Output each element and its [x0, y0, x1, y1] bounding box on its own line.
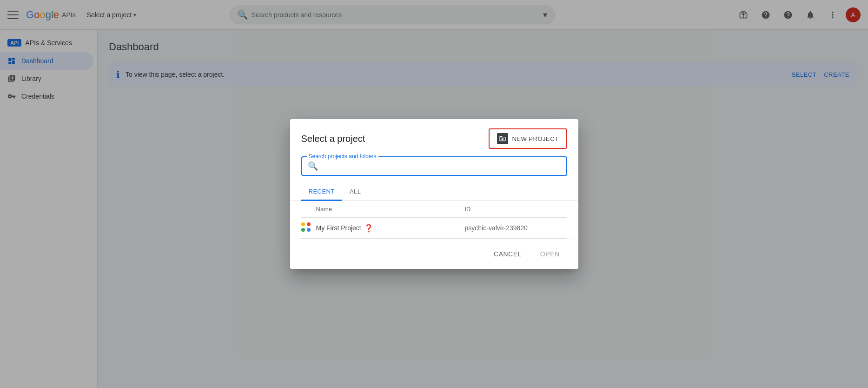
search-label: Search projects and folders	[307, 153, 378, 160]
dialog-table: Name ID My First Project ❓ psychic-valve	[290, 201, 578, 239]
tab-recent[interactable]: RECENT	[301, 183, 342, 201]
dialog-footer: CANCEL OPEN	[290, 239, 578, 269]
search-wrap: Search projects and folders 🔍	[290, 156, 578, 176]
search-icon: 🔍	[308, 161, 318, 171]
new-project-button[interactable]: NEW PROJECT	[489, 128, 567, 149]
search-projects-input[interactable]	[322, 162, 561, 170]
open-button[interactable]: OPEN	[533, 247, 567, 261]
dialog-tabs: RECENT ALL	[290, 180, 578, 201]
cancel-button[interactable]: CANCEL	[486, 247, 529, 261]
dialog-title: Select a project	[301, 134, 365, 144]
new-project-icon	[497, 133, 508, 144]
tab-all[interactable]: ALL	[342, 183, 369, 201]
table-row[interactable]: My First Project ❓ psychic-valve-239820	[301, 218, 567, 239]
select-project-dialog: Select a project NEW PROJECT Search proj…	[290, 119, 578, 269]
modal-overlay[interactable]: Select a project NEW PROJECT Search proj…	[0, 0, 868, 388]
search-field: Search projects and folders 🔍	[301, 156, 567, 176]
help-icon[interactable]: ❓	[364, 224, 373, 233]
project-icon	[301, 222, 312, 234]
dialog-header: Select a project NEW PROJECT	[290, 119, 578, 156]
col-name-header: Name	[301, 206, 465, 213]
project-id: psychic-valve-239820	[465, 224, 567, 232]
table-header: Name ID	[301, 201, 567, 218]
col-id-header: ID	[465, 206, 567, 213]
new-project-label: NEW PROJECT	[512, 135, 558, 142]
project-name: My First Project ❓	[316, 224, 465, 233]
